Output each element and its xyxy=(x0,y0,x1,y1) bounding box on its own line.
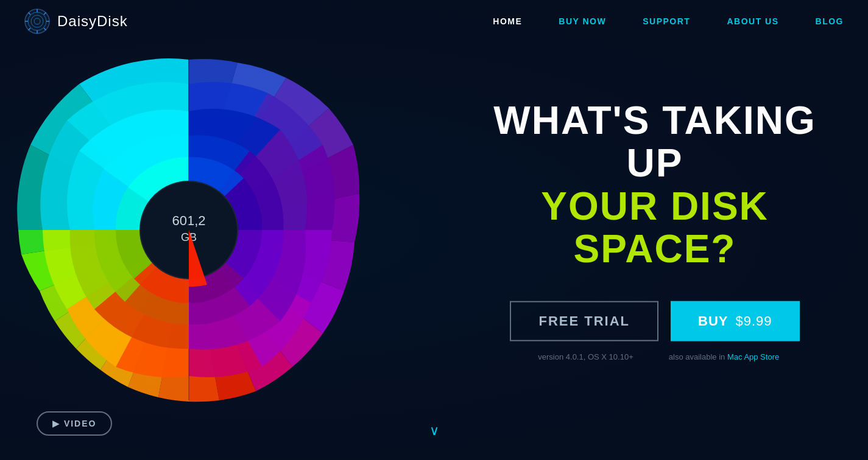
nav-buy-now[interactable]: BUY NOW xyxy=(559,16,606,26)
buy-price: $9.99 xyxy=(735,313,772,329)
nav-home[interactable]: HOME xyxy=(493,16,522,26)
nav-links: HOME BUY NOW SUPPORT ABOUT US BLOG xyxy=(493,16,844,26)
logo-text: DaisyDisk xyxy=(57,13,128,30)
app-store-link[interactable]: Mac App Store xyxy=(727,352,779,361)
disk-visualization: 601,2 GB xyxy=(0,23,396,437)
buy-label: BUY xyxy=(698,313,728,329)
logo-area: DaisyDisk xyxy=(24,9,493,34)
svg-point-3 xyxy=(34,18,40,24)
navbar: DaisyDisk HOME BUY NOW SUPPORT ABOUT US … xyxy=(0,0,868,43)
buy-button[interactable]: BUY $9.99 xyxy=(671,301,800,341)
app-store-prefix: also available in xyxy=(669,352,727,361)
hero-title-line1: WHAT'S TAKING UP xyxy=(478,99,831,185)
app-store-info: also available in Mac App Store xyxy=(661,352,787,361)
video-button[interactable]: ▶ VIDEO xyxy=(37,411,112,436)
nav-support[interactable]: SUPPORT xyxy=(643,16,690,26)
nav-blog[interactable]: BLOG xyxy=(816,16,844,26)
hero-content: WHAT'S TAKING UP YOUR DISK SPACE? FREE T… xyxy=(478,99,831,361)
version-info: version 4.0.1, OS X 10.10+ xyxy=(523,352,649,361)
cta-buttons: FREE TRIAL BUY $9.99 xyxy=(478,301,831,341)
logo-icon xyxy=(24,9,50,34)
nav-about-us[interactable]: ABOUT US xyxy=(727,16,778,26)
hero-title-line2: YOUR DISK SPACE? xyxy=(478,185,831,271)
free-trial-button[interactable]: FREE TRIAL xyxy=(510,301,658,341)
scroll-down-arrow[interactable]: ∨ xyxy=(429,423,439,439)
cta-subtitles: version 4.0.1, OS X 10.10+ also availabl… xyxy=(478,352,831,361)
